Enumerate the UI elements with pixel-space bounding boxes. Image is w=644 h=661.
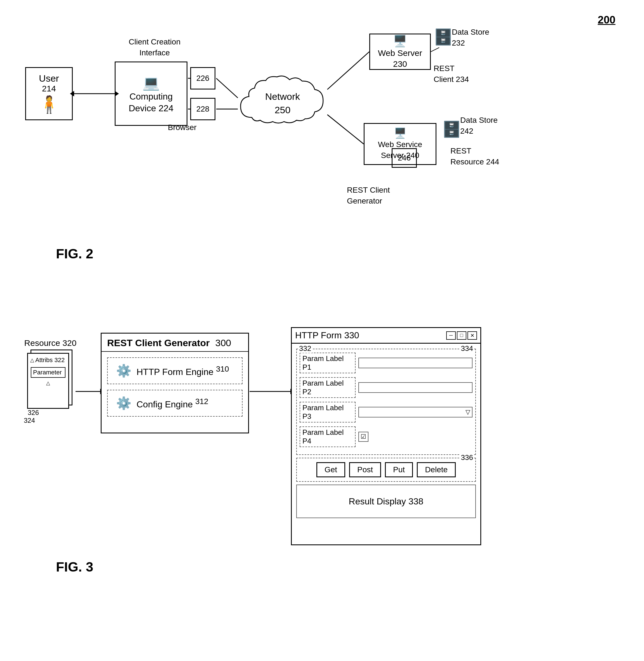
network-cloud: Network250 [235, 73, 330, 134]
result-display-section: Result Display 338 [296, 485, 476, 518]
http-form-box: HTTP Form 330 ─ □ ✕ 332 334 Param Label … [291, 327, 481, 545]
fig3-area: Resource 320 △ Attribs 322 Parameter [11, 316, 632, 652]
param-row-4: Param Label P4 ☑ [300, 426, 473, 447]
data-store-242-label: Data Store242 [460, 115, 498, 137]
http-form-title: HTTP Form 330 [295, 330, 359, 340]
section-label-332: 332 [298, 344, 312, 353]
param-row-1: Param Label P1 [300, 353, 473, 373]
param-box: Parameter [31, 367, 66, 378]
network-label: Network250 [265, 90, 300, 117]
rest-client-generator-label: REST ClientGenerator [347, 185, 390, 206]
user-box: User 214 🧍 [25, 67, 73, 120]
rest-client-234-label: RESTClient 234 [434, 63, 469, 85]
web-server-box: 🖥️ Web Server230 [369, 33, 431, 70]
param-row-2: Param Label P2 [300, 377, 473, 398]
param-label-p2: Param Label P2 [300, 377, 355, 398]
maximize-button[interactable]: □ [457, 331, 466, 340]
fig2-caption: FIG. 2 [56, 246, 93, 261]
fig3-caption: FIG. 3 [56, 559, 93, 574]
interface-box-226: 226 [190, 67, 215, 90]
minimize-button[interactable]: ─ [446, 331, 456, 340]
data-store-232-icon: 🗄️ [434, 28, 453, 46]
svg-line-9 [431, 48, 439, 52]
rest-gen-number: 300 [215, 337, 231, 348]
param-label-p1: Param Label P1 [300, 353, 355, 373]
section-label-336: 336 [460, 453, 474, 462]
svg-line-5 [216, 78, 238, 98]
get-button[interactable]: Get [316, 462, 345, 477]
resource-320-label: Resource 320 [20, 338, 81, 348]
config-engine-label: Config Engine 312 [137, 397, 208, 410]
fig2-area: 200 User 214 🧍 [11, 11, 632, 305]
fig2-number: 200 [598, 14, 616, 26]
param-input-p2[interactable] [359, 382, 473, 393]
computing-label: ComputingDevice 224 [129, 91, 174, 114]
rest-gen-title-row: REST Client Generator 300 [101, 334, 248, 352]
web-service-icon: 🖥️ [394, 127, 407, 139]
put-button[interactable]: Put [385, 462, 413, 477]
web-server-icon: 🖥️ [393, 34, 407, 48]
client-creation-label: Client Creation Interface [129, 37, 180, 58]
svg-line-8 [327, 115, 364, 144]
user-icon: 🧍 [39, 95, 60, 114]
rest-gen-title: REST Client Generator [107, 337, 210, 348]
buttons-section: 336 Get Post Put Delete [296, 458, 476, 482]
fig2-lines [11, 11, 632, 305]
config-engine-row: ⚙️ Config Engine 312 [107, 390, 243, 417]
http-buttons-row: Get Post Put Delete [300, 462, 473, 477]
web-server-label: Web Server230 [378, 48, 422, 69]
param-row-3: Param Label P3 ▽ [300, 402, 473, 423]
computing-device-box: 💻 ComputingDevice 224 [115, 62, 187, 126]
gear-icon-1: ⚙️ [116, 363, 132, 378]
data-store-242-icon: 🗄️ [442, 120, 461, 138]
window-controls[interactable]: ─ □ ✕ [446, 331, 477, 340]
delete-button[interactable]: Delete [417, 462, 456, 477]
params-section: 332 334 Param Label P1 Param Label P2 Pa… [296, 349, 476, 455]
section-label-334: 334 [460, 344, 474, 353]
http-form-engine-row: ⚙️ HTTP Form Engine 310 [107, 357, 243, 384]
param-label-p3: Param Label P3 [300, 402, 355, 423]
rest-client-generator-box: REST Client Generator 300 ⚙️ HTTP Form E… [101, 333, 249, 433]
user-number: 214 [42, 84, 56, 93]
param-label-p4: Param Label P4 [300, 426, 355, 447]
close-button[interactable]: ✕ [467, 331, 477, 340]
label-326: 326 [28, 409, 39, 417]
attribs-label: Attribs 322 [35, 356, 65, 364]
computing-icon: 💻 [142, 75, 160, 91]
label-324: 324 [24, 417, 35, 424]
param-input-p1[interactable] [359, 358, 473, 368]
page-container: 200 User 214 🧍 [0, 0, 644, 661]
box-246: 310 246 [392, 148, 417, 168]
interface-box-228: 228 [190, 98, 215, 120]
resource-320-container: Resource 320 △ Attribs 322 Parameter [20, 338, 81, 414]
user-label: User [39, 73, 59, 84]
dropdown-arrow-icon: ▽ [465, 408, 470, 416]
rest-resource-244-label: RESTResource 244 [451, 145, 499, 167]
gear-icon-2: ⚙️ [116, 396, 132, 410]
http-form-engine-label: HTTP Form Engine 310 [137, 364, 229, 377]
result-display-label: Result Display 338 [349, 496, 423, 507]
svg-line-7 [327, 52, 369, 90]
browser-label: Browser [168, 123, 197, 132]
param-input-p4[interactable]: ☑ [359, 432, 368, 442]
http-form-title-bar: HTTP Form 330 ─ □ ✕ [292, 328, 480, 344]
param-input-p3[interactable]: ▽ [359, 407, 473, 418]
data-store-232-label: Data Store232 [452, 27, 489, 48]
post-button[interactable]: Post [349, 462, 381, 477]
